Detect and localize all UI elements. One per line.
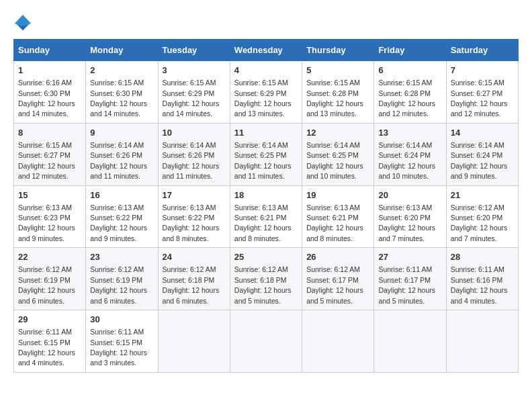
day-number: 30 [90, 314, 153, 326]
day-info: Sunrise: 6:13 AMSunset: 6:22 PMDaylight:… [163, 203, 220, 242]
day-info: Sunrise: 6:15 AMSunset: 6:30 PMDaylight:… [90, 79, 147, 118]
day-number: 6 [378, 64, 441, 77]
column-header-tuesday: Tuesday [158, 40, 230, 61]
column-header-thursday: Thursday [302, 40, 374, 61]
day-info: Sunrise: 6:12 AMSunset: 6:19 PMDaylight:… [90, 265, 147, 304]
calendar-cell: 15 Sunrise: 6:13 AMSunset: 6:23 PMDaylig… [14, 185, 86, 248]
calendar-week-1: 1 Sunrise: 6:16 AMSunset: 6:30 PMDayligh… [14, 61, 519, 124]
day-number: 28 [451, 251, 514, 263]
calendar-cell: 14 Sunrise: 6:14 AMSunset: 6:24 PMDaylig… [446, 123, 518, 185]
calendar-week-2: 8 Sunrise: 6:15 AMSunset: 6:27 PMDayligh… [14, 123, 519, 185]
day-info: Sunrise: 6:14 AMSunset: 6:25 PMDaylight:… [234, 141, 292, 180]
day-number: 1 [18, 64, 81, 77]
day-info: Sunrise: 6:11 AMSunset: 6:15 PMDaylight:… [18, 328, 75, 367]
calendar-cell: 20 Sunrise: 6:13 AMSunset: 6:20 PMDaylig… [374, 185, 446, 248]
day-info: Sunrise: 6:11 AMSunset: 6:16 PMDaylight:… [451, 265, 508, 304]
calendar-cell: 13 Sunrise: 6:14 AMSunset: 6:24 PMDaylig… [374, 123, 446, 185]
day-info: Sunrise: 6:14 AMSunset: 6:24 PMDaylight:… [378, 141, 435, 180]
calendar-cell: 5 Sunrise: 6:15 AMSunset: 6:28 PMDayligh… [302, 61, 374, 124]
calendar-cell [446, 310, 518, 373]
day-number: 2 [90, 64, 153, 77]
calendar-week-3: 15 Sunrise: 6:13 AMSunset: 6:23 PMDaylig… [14, 185, 519, 248]
day-number: 4 [234, 64, 298, 77]
calendar-cell: 27 Sunrise: 6:11 AMSunset: 6:17 PMDaylig… [374, 248, 446, 310]
day-info: Sunrise: 6:16 AMSunset: 6:30 PMDaylight:… [18, 79, 75, 118]
day-info: Sunrise: 6:12 AMSunset: 6:20 PMDaylight:… [451, 203, 508, 242]
day-info: Sunrise: 6:13 AMSunset: 6:20 PMDaylight:… [378, 203, 435, 242]
column-header-friday: Friday [374, 40, 446, 61]
calendar-cell: 24 Sunrise: 6:12 AMSunset: 6:18 PMDaylig… [158, 248, 230, 310]
day-number: 3 [163, 64, 226, 77]
day-number: 29 [18, 314, 81, 326]
day-info: Sunrise: 6:15 AMSunset: 6:28 PMDaylight:… [378, 79, 435, 118]
calendar-cell: 3 Sunrise: 6:15 AMSunset: 6:29 PMDayligh… [158, 61, 230, 124]
calendar-cell: 7 Sunrise: 6:15 AMSunset: 6:27 PMDayligh… [446, 61, 518, 124]
logo-icon [13, 13, 32, 32]
calendar-header-row: SundayMondayTuesdayWednesdayThursdayFrid… [14, 40, 519, 61]
day-info: Sunrise: 6:14 AMSunset: 6:26 PMDaylight:… [163, 141, 220, 180]
logo [13, 13, 35, 32]
calendar-cell: 19 Sunrise: 6:13 AMSunset: 6:21 PMDaylig… [302, 185, 374, 248]
calendar-cell: 29 Sunrise: 6:11 AMSunset: 6:15 PMDaylig… [14, 310, 86, 373]
day-info: Sunrise: 6:12 AMSunset: 6:18 PMDaylight:… [163, 265, 220, 304]
day-number: 18 [234, 189, 298, 201]
day-number: 17 [163, 189, 226, 201]
day-info: Sunrise: 6:13 AMSunset: 6:23 PMDaylight:… [18, 203, 75, 242]
day-info: Sunrise: 6:15 AMSunset: 6:29 PMDaylight:… [234, 79, 292, 118]
day-info: Sunrise: 6:15 AMSunset: 6:27 PMDaylight:… [451, 79, 508, 118]
calendar-cell: 12 Sunrise: 6:14 AMSunset: 6:25 PMDaylig… [302, 123, 374, 185]
day-number: 23 [90, 251, 153, 263]
day-number: 11 [234, 127, 298, 139]
day-number: 26 [306, 251, 369, 263]
calendar-cell: 26 Sunrise: 6:12 AMSunset: 6:17 PMDaylig… [302, 248, 374, 310]
day-info: Sunrise: 6:14 AMSunset: 6:26 PMDaylight:… [90, 141, 147, 180]
day-number: 15 [18, 189, 81, 201]
day-number: 27 [378, 251, 441, 263]
calendar-cell [302, 310, 374, 373]
calendar-cell [230, 310, 302, 373]
calendar-cell: 1 Sunrise: 6:16 AMSunset: 6:30 PMDayligh… [14, 61, 86, 124]
column-header-monday: Monday [86, 40, 158, 61]
calendar-table: SundayMondayTuesdayWednesdayThursdayFrid… [13, 39, 519, 373]
day-number: 13 [378, 127, 441, 139]
column-header-sunday: Sunday [14, 40, 86, 61]
day-info: Sunrise: 6:15 AMSunset: 6:28 PMDaylight:… [306, 79, 363, 118]
calendar-cell: 17 Sunrise: 6:13 AMSunset: 6:22 PMDaylig… [158, 185, 230, 248]
day-info: Sunrise: 6:15 AMSunset: 6:27 PMDaylight:… [18, 141, 75, 180]
day-number: 22 [18, 251, 81, 263]
day-number: 10 [163, 127, 226, 139]
column-header-saturday: Saturday [446, 40, 518, 61]
day-info: Sunrise: 6:11 AMSunset: 6:17 PMDaylight:… [378, 265, 435, 304]
day-number: 5 [306, 64, 369, 77]
calendar-cell: 25 Sunrise: 6:12 AMSunset: 6:18 PMDaylig… [230, 248, 302, 310]
day-info: Sunrise: 6:12 AMSunset: 6:18 PMDaylight:… [234, 265, 292, 304]
calendar-cell: 10 Sunrise: 6:14 AMSunset: 6:26 PMDaylig… [158, 123, 230, 185]
calendar-cell [158, 310, 230, 373]
calendar-cell: 22 Sunrise: 6:12 AMSunset: 6:19 PMDaylig… [14, 248, 86, 310]
day-number: 19 [306, 189, 369, 201]
calendar-cell: 2 Sunrise: 6:15 AMSunset: 6:30 PMDayligh… [86, 61, 158, 124]
day-number: 16 [90, 189, 153, 201]
svg-marker-1 [14, 14, 31, 26]
day-number: 9 [90, 127, 153, 139]
calendar-cell: 16 Sunrise: 6:13 AMSunset: 6:22 PMDaylig… [86, 185, 158, 248]
day-info: Sunrise: 6:13 AMSunset: 6:21 PMDaylight:… [306, 203, 363, 242]
day-number: 8 [18, 127, 81, 139]
day-info: Sunrise: 6:13 AMSunset: 6:21 PMDaylight:… [234, 203, 292, 242]
calendar-cell: 4 Sunrise: 6:15 AMSunset: 6:29 PMDayligh… [230, 61, 302, 124]
day-info: Sunrise: 6:11 AMSunset: 6:15 PMDaylight:… [90, 328, 147, 367]
day-number: 24 [163, 251, 226, 263]
day-info: Sunrise: 6:13 AMSunset: 6:22 PMDaylight:… [90, 203, 147, 242]
day-info: Sunrise: 6:14 AMSunset: 6:24 PMDaylight:… [451, 141, 508, 180]
day-number: 25 [234, 251, 298, 263]
column-header-wednesday: Wednesday [230, 40, 302, 61]
day-number: 20 [378, 189, 441, 201]
calendar-cell: 6 Sunrise: 6:15 AMSunset: 6:28 PMDayligh… [374, 61, 446, 124]
calendar-week-4: 22 Sunrise: 6:12 AMSunset: 6:19 PMDaylig… [14, 248, 519, 310]
day-number: 7 [451, 64, 514, 77]
day-info: Sunrise: 6:15 AMSunset: 6:29 PMDaylight:… [163, 79, 220, 118]
day-info: Sunrise: 6:14 AMSunset: 6:25 PMDaylight:… [306, 141, 363, 180]
calendar-cell: 11 Sunrise: 6:14 AMSunset: 6:25 PMDaylig… [230, 123, 302, 185]
day-info: Sunrise: 6:12 AMSunset: 6:19 PMDaylight:… [18, 265, 75, 304]
calendar-cell: 8 Sunrise: 6:15 AMSunset: 6:27 PMDayligh… [14, 123, 86, 185]
